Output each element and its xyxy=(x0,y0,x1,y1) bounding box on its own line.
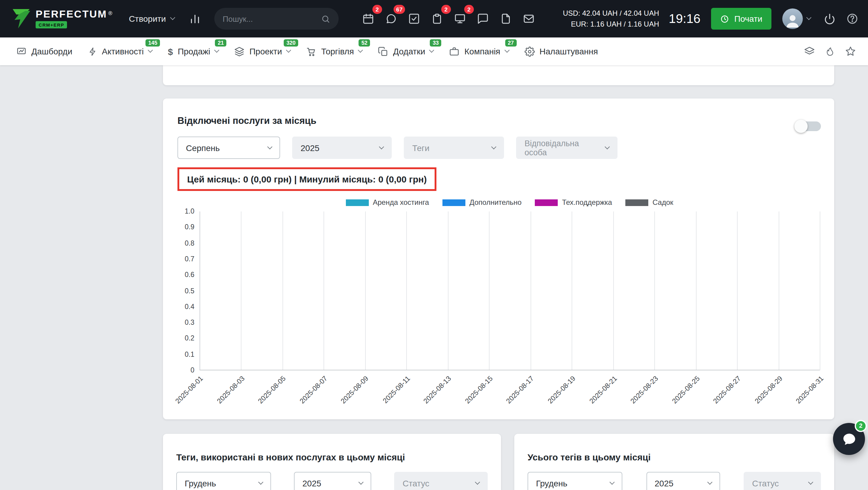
lightning-icon xyxy=(88,46,97,57)
panel-toggle-switch[interactable] xyxy=(796,121,821,131)
chat-square-icon xyxy=(477,13,489,25)
y-tick-label: 0.8 xyxy=(185,240,194,247)
nav-item-projects[interactable]: Проекти 320 xyxy=(226,37,298,65)
mail-button[interactable] xyxy=(517,6,540,31)
y-tick-label: 0.1 xyxy=(185,351,194,358)
chevron-down-icon xyxy=(214,48,219,53)
gridline xyxy=(241,211,242,370)
layers-icon xyxy=(234,46,245,57)
briefcase-icon xyxy=(450,46,460,57)
nav-count-badge: 145 xyxy=(146,39,160,47)
user-menu[interactable] xyxy=(782,8,811,29)
chat-icon xyxy=(385,13,397,25)
nav-item-addons[interactable]: Додатки 33 xyxy=(370,37,441,65)
notification-badge: 2 xyxy=(464,5,474,14)
documents-button[interactable] xyxy=(494,6,517,31)
copy-icon xyxy=(378,46,389,57)
legend-item[interactable]: Тех.поддержка xyxy=(535,198,612,207)
brand-logo[interactable]: PERFECTUM® CRM+ERP xyxy=(10,8,113,30)
legend-item[interactable]: Дополнительно xyxy=(442,198,522,207)
cart-icon xyxy=(306,46,316,57)
monitor-button[interactable]: 2 xyxy=(448,6,471,31)
nav-label: Проекти xyxy=(249,47,282,56)
card-filters: Грудень 2025 Статус xyxy=(528,472,821,490)
legend-swatch xyxy=(625,199,648,206)
chart-legend: Аренда хостингаДополнительноТех.поддержк… xyxy=(199,198,820,207)
create-button[interactable]: Створити xyxy=(129,14,175,24)
previous-card-bottom xyxy=(163,65,834,85)
nav-item-sales[interactable]: $ Продажі 21 xyxy=(160,37,226,65)
y-tick-label: 0.2 xyxy=(185,335,194,342)
chevron-down-icon xyxy=(148,48,153,53)
nav-label: Налаштування xyxy=(539,47,598,56)
year-select[interactable]: 2025 xyxy=(294,472,371,490)
nav-label: Торгівля xyxy=(321,47,354,56)
nav-label: Активності xyxy=(102,47,144,56)
responsible-select[interactable]: Відповідальна особа xyxy=(516,137,618,159)
chart-x-axis: 2025-08-012025-08-032025-08-052025-08-07… xyxy=(199,370,820,405)
chat-button[interactable]: 67 xyxy=(380,6,403,31)
start-timer-button[interactable]: Почати xyxy=(711,8,771,30)
card-filters: Грудень 2025 Статус xyxy=(176,472,488,490)
gridline xyxy=(696,211,696,370)
search-input[interactable] xyxy=(223,14,317,23)
status-select[interactable]: Статус xyxy=(744,472,821,490)
legend-item[interactable]: Садок xyxy=(625,198,673,207)
gridline xyxy=(571,211,572,370)
legend-swatch xyxy=(535,199,558,206)
year-select[interactable]: 2025 xyxy=(292,137,392,159)
tags-select[interactable]: Теги xyxy=(404,137,504,159)
nav-item-dashboards[interactable]: Дашборди xyxy=(8,37,80,65)
topbar: PERFECTUM® CRM+ERP Створити 2 67 xyxy=(0,0,868,37)
gridline xyxy=(613,211,614,370)
chevron-down-icon xyxy=(258,480,264,485)
clock-icon xyxy=(720,14,730,23)
month-select[interactable]: Грудень xyxy=(176,472,271,490)
gridline xyxy=(654,211,655,370)
gridline xyxy=(530,211,531,370)
y-tick-label: 0.7 xyxy=(185,256,194,262)
nav-item-settings[interactable]: Налаштування xyxy=(517,37,606,65)
card-title: Усього тегів в цьому місяці xyxy=(528,452,821,462)
calendar-button[interactable]: 2 xyxy=(357,6,380,31)
support-chat-fab[interactable]: 2 xyxy=(833,423,865,455)
chevron-down-icon xyxy=(379,144,384,149)
nav-item-trade[interactable]: Торгівля 52 xyxy=(298,37,370,65)
status-select[interactable]: Статус xyxy=(394,472,488,490)
brand-name: PERFECTUM® xyxy=(36,9,113,19)
messages-button[interactable] xyxy=(471,6,494,31)
nav-item-company[interactable]: Компанія 27 xyxy=(441,37,517,65)
chevron-down-icon xyxy=(707,480,712,485)
gridline xyxy=(778,211,779,370)
gridline xyxy=(406,211,407,370)
star-icon[interactable] xyxy=(845,46,856,57)
monitor-icon xyxy=(454,13,466,25)
clipboard-button[interactable]: 2 xyxy=(426,6,448,31)
dollar-icon: $ xyxy=(168,47,173,56)
flame-icon[interactable] xyxy=(825,46,835,57)
tasks-button[interactable] xyxy=(403,6,426,31)
month-select[interactable]: Грудень xyxy=(528,472,622,490)
chart-plot: 1.00.90.80.70.60.50.40.30.20.10 xyxy=(199,211,820,370)
month-summary-highlight: Цей місяць: 0 (0,00 грн) | Минулий місяц… xyxy=(178,167,436,191)
legend-item[interactable]: Аренда хостинга xyxy=(346,198,429,207)
stack-icon[interactable] xyxy=(804,46,815,57)
chevron-down-icon xyxy=(504,48,509,53)
y-tick-label: 1.0 xyxy=(185,208,194,215)
month-select[interactable]: Серпень xyxy=(178,137,280,159)
legend-label: Дополнительно xyxy=(469,198,522,207)
notification-badge: 2 xyxy=(441,5,451,14)
help-icon[interactable] xyxy=(846,13,858,25)
y-tick-label: 0.9 xyxy=(185,224,194,231)
logout-power-icon[interactable] xyxy=(824,13,835,25)
year-select[interactable]: 2025 xyxy=(646,472,720,490)
clock: 19:16 xyxy=(669,11,701,26)
chevron-down-icon xyxy=(491,144,496,149)
y-tick-label: 0 xyxy=(190,367,194,374)
tags-new-services-card: Теги, використані в нових послугах в цьо… xyxy=(163,434,501,490)
nav-item-activities[interactable]: Активності 145 xyxy=(80,37,160,65)
month-select-value: Грудень xyxy=(185,478,216,488)
gridline xyxy=(737,211,738,370)
bar-chart-icon[interactable] xyxy=(189,13,201,25)
check-square-icon xyxy=(408,13,420,25)
